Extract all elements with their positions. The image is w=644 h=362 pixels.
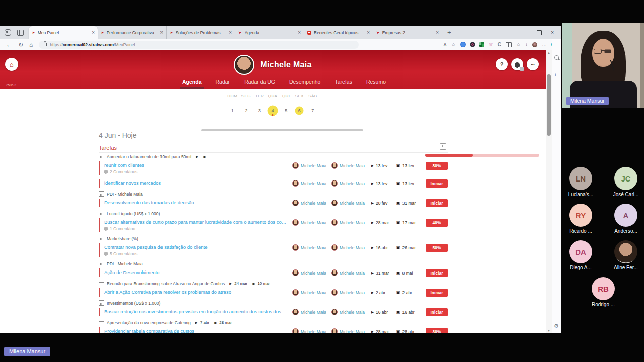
nav-tab-radar[interactable]: Radar xyxy=(215,77,231,89)
task-row[interactable]: identificar novos mercadosMichele MaiaMi… xyxy=(99,179,448,188)
status-badge[interactable]: Iniciar xyxy=(426,308,448,316)
task-title-link[interactable]: Abrir a Ação Corretiva para resolver os … xyxy=(104,289,289,295)
tab-close-icon[interactable]: × xyxy=(367,30,370,35)
task-row[interactable]: Buscar redução nos investimentos previst… xyxy=(99,308,448,316)
add-sidebar-icon[interactable]: + xyxy=(554,72,557,78)
task-responsible[interactable]: Michele Maia xyxy=(292,309,331,315)
gear-icon[interactable]: ⚙ xyxy=(554,323,559,329)
tab-close-icon[interactable]: × xyxy=(229,30,232,35)
window-maximize-button[interactable] xyxy=(537,30,542,35)
task-responsible[interactable]: Michele Maia xyxy=(292,289,331,296)
task-executor[interactable]: Michele Maia xyxy=(331,309,371,315)
scroll-up-icon[interactable]: ▲ xyxy=(546,51,552,54)
downloads-icon[interactable]: ↓ xyxy=(525,42,528,48)
collections-icon[interactable]: ☆ xyxy=(516,42,521,48)
task-row[interactable]: Buscar alternativas de curto prazo para … xyxy=(99,218,448,232)
calendar-date[interactable]: 1 xyxy=(226,105,239,116)
tab-close-icon[interactable]: × xyxy=(160,30,163,35)
calendar-date[interactable]: 4 xyxy=(266,105,280,116)
calendar-date[interactable]: 7 xyxy=(306,105,320,116)
window-close-button[interactable]: × xyxy=(551,30,554,35)
task-responsible[interactable]: Michele Maia xyxy=(292,180,331,187)
task-comments[interactable]: 2 Comentários xyxy=(104,169,289,174)
task-responsible[interactable]: Michele Maia xyxy=(292,269,331,276)
participant[interactable]: LNLuciana's... xyxy=(565,167,597,197)
search-icon[interactable] xyxy=(554,55,559,60)
notifications-button[interactable] xyxy=(511,58,523,70)
task-row[interactable]: Abrir a Ação Corretiva para resolver os … xyxy=(99,288,448,297)
address-bar[interactable]: https://comercial02.stratws.com/MeuPaine… xyxy=(39,41,359,49)
window-minimize-button[interactable]: — xyxy=(523,30,528,35)
tab-close-icon[interactable]: × xyxy=(92,30,95,35)
browser-tab[interactable]: ➤Performance Corporativa× xyxy=(98,26,167,39)
browser-tab[interactable]: ➤Empresas 2× xyxy=(373,26,442,39)
new-tab-button[interactable]: + xyxy=(447,29,451,36)
tab-activity-icon[interactable] xyxy=(5,29,11,36)
task-row[interactable]: Providenciar tabela comparativa de custo… xyxy=(99,327,448,333)
read-aloud-icon[interactable]: A xyxy=(443,42,447,48)
split-screen-icon[interactable] xyxy=(506,42,512,47)
calendar-date[interactable]: 3 xyxy=(253,105,266,116)
task-title-link[interactable]: Buscar alternativas de curto prazo para … xyxy=(104,219,289,225)
task-comments[interactable]: 1 Comentário xyxy=(104,226,289,231)
task-row[interactable]: Contratar nova pesquisa de satisfação do… xyxy=(99,243,448,257)
participant[interactable]: JCJosé Carl... xyxy=(610,167,642,197)
task-row[interactable]: reunir com clientes2 ComentáriosMichele … xyxy=(99,161,448,175)
task-comments[interactable]: 5 Comentários xyxy=(104,251,289,256)
vertical-tabs-icon[interactable] xyxy=(17,30,24,36)
nav-tab-resumo[interactable]: Resumo xyxy=(365,77,387,89)
back-icon[interactable]: ← xyxy=(6,41,12,48)
participant[interactable]: AAnderso... xyxy=(610,204,642,234)
task-executor[interactable]: Michele Maia xyxy=(331,180,371,187)
status-badge[interactable]: 50% xyxy=(426,244,448,252)
nav-tab-tarefas[interactable]: Tarefas xyxy=(334,77,353,89)
more-menu-button[interactable]: ••• xyxy=(527,58,539,70)
favorite-star-icon[interactable]: ☆ xyxy=(451,42,456,48)
calendar-date[interactable]: 5 xyxy=(279,105,293,116)
task-executor[interactable]: Michele Maia xyxy=(331,289,371,296)
participant[interactable]: RYRicardo ... xyxy=(565,204,597,234)
task-title-link[interactable]: Contratar nova pesquisa de satisfação do… xyxy=(104,244,289,250)
extension-c-icon[interactable]: C xyxy=(498,42,501,48)
task-row[interactable]: Ação de DesenvolvimentoMichele MaiaMiche… xyxy=(99,268,448,277)
calendar-date[interactable]: 6 xyxy=(293,105,306,116)
calendar-scrollbar[interactable] xyxy=(201,129,363,131)
browser-tab[interactable]: Recentes Geral tópicos - Comuni× xyxy=(304,26,373,39)
extension-camera-icon[interactable] xyxy=(470,42,475,47)
task-executor[interactable]: Michele Maia xyxy=(331,200,371,206)
task-responsible[interactable]: Michele Maia xyxy=(292,328,331,333)
task-executor[interactable]: Michele Maia xyxy=(331,219,371,226)
participant[interactable]: Aline Fer... xyxy=(610,240,642,270)
refresh-icon[interactable]: ↻ xyxy=(18,41,23,48)
task-title-link[interactable]: Desenvolvimento das tomadas de decisão xyxy=(104,200,289,205)
task-responsible[interactable]: Michele Maia xyxy=(292,244,331,251)
extension-grid-icon[interactable] xyxy=(479,42,484,47)
task-responsible[interactable]: Michele Maia xyxy=(292,219,331,226)
task-responsible[interactable]: Michele Maia xyxy=(292,162,331,169)
task-responsible[interactable]: Michele Maia xyxy=(292,200,331,206)
extension-crown-icon[interactable]: ♕ xyxy=(489,42,493,48)
task-row[interactable]: Desenvolvimento das tomadas de decisãoMi… xyxy=(99,199,448,207)
browser-home-icon[interactable]: ⌂ xyxy=(29,41,33,48)
calendar-date[interactable]: 2 xyxy=(239,105,253,116)
status-badge[interactable]: Iniciar xyxy=(426,289,448,297)
extension-blue-icon[interactable] xyxy=(460,42,466,47)
export-icon[interactable] xyxy=(440,143,446,150)
task-executor[interactable]: Michele Maia xyxy=(331,269,371,276)
status-badge[interactable]: 30% xyxy=(426,328,448,334)
nav-tab-desempenho[interactable]: Desempenho xyxy=(288,77,321,89)
tab-close-icon[interactable]: × xyxy=(298,30,301,35)
browser-profile-avatar[interactable] xyxy=(532,42,537,47)
nav-tab-agenda[interactable]: Agenda xyxy=(181,77,203,89)
tab-close-icon[interactable]: × xyxy=(436,30,439,35)
status-badge[interactable]: Iniciar xyxy=(426,179,448,188)
participant[interactable]: DADiego A... xyxy=(565,240,597,270)
status-badge[interactable]: Iniciar xyxy=(426,269,448,277)
browser-tab[interactable]: ➤Meu Painel× xyxy=(29,26,98,39)
status-badge[interactable]: Iniciar xyxy=(426,199,448,207)
scrollbar-thumb[interactable] xyxy=(547,74,551,136)
status-badge[interactable]: 80% xyxy=(426,162,448,170)
task-executor[interactable]: Michele Maia xyxy=(331,244,371,251)
page-scrollbar[interactable]: ▲ ▼ xyxy=(546,50,552,333)
task-title-link[interactable]: Buscar redução nos investimentos previst… xyxy=(104,309,289,314)
